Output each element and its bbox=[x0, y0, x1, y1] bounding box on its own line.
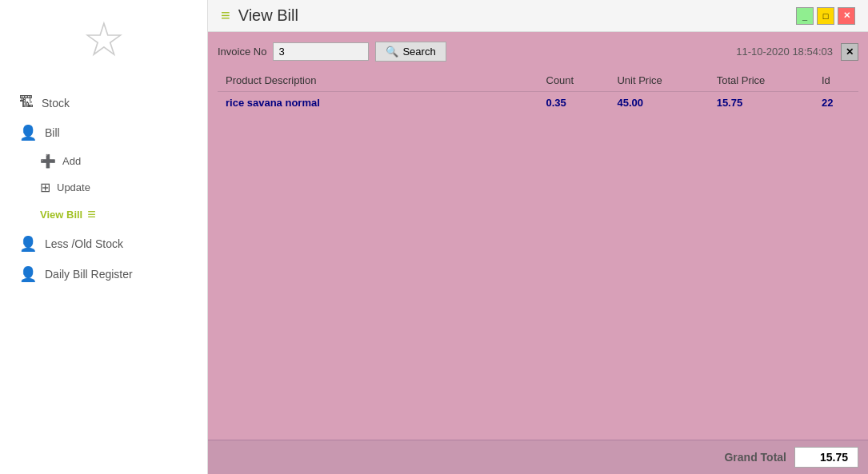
maximize-button[interactable]: □ bbox=[817, 7, 834, 25]
title-bar: ≡ View Bill _ □ ✕ bbox=[208, 0, 868, 32]
title-left: ≡ View Bill bbox=[221, 6, 298, 25]
bill-icon: 👤 bbox=[19, 124, 37, 141]
sidebar-item-daily-bill-register[interactable]: 👤 Daily Bill Register bbox=[0, 259, 207, 289]
sidebar-item-add-label: Add bbox=[62, 155, 81, 167]
sidebar-item-update-label: Update bbox=[57, 181, 90, 193]
cell-unit-price: 45.00 bbox=[609, 92, 708, 114]
sidebar-item-bill-label: Bill bbox=[45, 126, 60, 139]
table-body: rice savana normal 0.35 45.00 15.75 22 bbox=[218, 92, 858, 114]
controls-row: Invoice No 🔍 Search 11-10-2020 18:54:03 … bbox=[218, 42, 858, 62]
less-old-stock-icon: 👤 bbox=[19, 235, 37, 253]
sidebar-item-daily-bill-register-label: Daily Bill Register bbox=[45, 268, 133, 281]
star-icon: ☆ bbox=[82, 16, 126, 64]
sidebar-item-stock-label: Stock bbox=[42, 97, 70, 110]
sidebar-item-less-old-stock[interactable]: 👤 Less /Old Stock bbox=[0, 229, 207, 259]
stock-icon: 🏗 bbox=[19, 94, 34, 111]
view-bill-icon: ≡ bbox=[87, 206, 96, 223]
invoice-input[interactable] bbox=[273, 42, 369, 61]
update-icon: ⊞ bbox=[40, 180, 50, 195]
datetime-text: 11-10-2020 18:54:03 bbox=[736, 46, 833, 58]
col-unit-price: Unit Price bbox=[609, 70, 708, 92]
add-icon: ➕ bbox=[40, 153, 56, 169]
table-row: rice savana normal 0.35 45.00 15.75 22 bbox=[218, 92, 858, 114]
sidebar-item-view-bill-label: View Bill bbox=[40, 209, 82, 221]
sidebar-item-bill[interactable]: 👤 Bill bbox=[0, 118, 207, 148]
search-button[interactable]: 🔍 Search bbox=[375, 42, 446, 62]
sidebar-item-update[interactable]: ⊞ Update bbox=[32, 174, 207, 201]
minimize-button[interactable]: _ bbox=[796, 7, 814, 25]
col-count: Count bbox=[538, 70, 610, 92]
grand-total-label: Grand Total bbox=[724, 451, 786, 464]
col-product-description: Product Description bbox=[218, 70, 538, 92]
main-panel: ≡ View Bill _ □ ✕ Invoice No 🔍 Search 11… bbox=[208, 0, 868, 474]
grand-total-value: 15.75 bbox=[794, 447, 858, 468]
window-controls: _ □ ✕ bbox=[796, 7, 855, 25]
page-title: View Bill bbox=[238, 6, 298, 25]
search-button-label: Search bbox=[402, 46, 435, 58]
sidebar: ☆ 🏗 Stock 👤 Bill ➕ Add ⊞ Update View Bil… bbox=[0, 0, 208, 474]
sidebar-item-add[interactable]: ➕ Add bbox=[32, 148, 207, 174]
cell-id: 22 bbox=[814, 92, 858, 114]
daily-bill-register-icon: 👤 bbox=[19, 265, 37, 283]
content-area: Invoice No 🔍 Search 11-10-2020 18:54:03 … bbox=[208, 32, 868, 440]
invoice-group: Invoice No 🔍 Search bbox=[218, 42, 446, 62]
table-header: Product Description Count Unit Price Tot… bbox=[218, 70, 858, 92]
close-window-button[interactable]: ✕ bbox=[838, 7, 855, 25]
close-x-button[interactable]: ✕ bbox=[841, 43, 858, 61]
sidebar-item-stock[interactable]: 🏗 Stock bbox=[0, 88, 207, 118]
title-icon: ≡ bbox=[221, 6, 230, 25]
col-total-price: Total Price bbox=[709, 70, 814, 92]
cell-count: 0.35 bbox=[538, 92, 610, 114]
sidebar-item-less-old-stock-label: Less /Old Stock bbox=[45, 237, 123, 250]
search-icon: 🔍 bbox=[386, 46, 398, 58]
invoice-label: Invoice No bbox=[218, 46, 266, 58]
col-id: Id bbox=[814, 70, 858, 92]
sidebar-sub-menu: ➕ Add ⊞ Update View Bill ≡ bbox=[0, 148, 207, 229]
sidebar-item-view-bill[interactable]: View Bill ≡ bbox=[32, 201, 207, 229]
cell-product-description: rice savana normal bbox=[218, 92, 538, 114]
bill-table: Product Description Count Unit Price Tot… bbox=[218, 70, 858, 114]
cell-total-price: 15.75 bbox=[709, 92, 814, 114]
grand-total-bar: Grand Total 15.75 bbox=[208, 440, 868, 474]
